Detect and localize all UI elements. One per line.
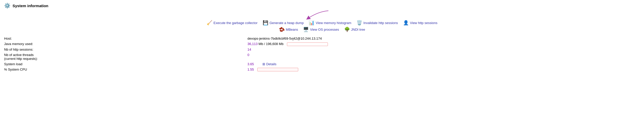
host-value-text: devops-jenkins-7bdb9cbf69-5vj42@10.244.1… [247, 37, 322, 40]
java-memory-value: 36,113 [247, 42, 258, 46]
mbeans-label: MBeans [286, 28, 298, 31]
toolbar-row-2: 🫘 MBeans 🖥️ View OS processes 🌳 JNDI tre… [279, 27, 365, 32]
memory-histogram-icon: 📊 [309, 20, 314, 26]
details-label: ⊞ Details [262, 62, 276, 66]
view-http-sessions-link[interactable]: 👤 View http sessions [403, 20, 437, 26]
jndi-tree-icon: 🌳 [344, 27, 350, 32]
java-memory-progress-bar [287, 42, 328, 46]
system-load-label: System load [4, 61, 247, 67]
toolbar: 🧹 Execute the garbage collector 💾 Genera… [4, 11, 640, 32]
jndi-tree-label: JNDI tree [351, 28, 365, 31]
heap-dump-icon: 💾 [263, 20, 268, 26]
jndi-tree-link[interactable]: 🌳 JNDI tree [344, 27, 365, 32]
http-sessions-value: 14 [247, 47, 640, 52]
memory-histogram-label: View memory histogram [316, 21, 351, 25]
system-load-value-cell: 3.65 ⊞ Details [247, 61, 640, 67]
active-threads-label: Nb of active threads (current http reque… [4, 52, 247, 61]
host-row: Host: devops-jenkins-7bdb9cbf69-5vj42@10… [4, 36, 640, 41]
info-table: Host: devops-jenkins-7bdb9cbf69-5vj42@10… [4, 36, 640, 72]
java-memory-row: Java memory used: 36,113 Mb / 196,608 Mb [4, 41, 640, 47]
system-cpu-row: % System CPU 1.55 [4, 67, 640, 72]
page-title: ⚙️ System information [4, 3, 640, 9]
details-link[interactable]: ⊞ Details [262, 62, 276, 66]
http-sessions-label: Nb of http sessions: [4, 47, 247, 52]
system-cpu-label: % System CPU [4, 67, 247, 72]
title-icon: ⚙️ [4, 3, 10, 9]
http-sessions-row: Nb of http sessions: 14 [4, 47, 640, 52]
title-text: System information [13, 4, 48, 8]
system-load-value: 3.65 [247, 62, 254, 66]
os-processes-icon: 🖥️ [303, 27, 309, 32]
execute-gc-link[interactable]: 🧹 Execute the garbage collector [207, 20, 258, 26]
toolbar-row-1: 🧹 Execute the garbage collector 💾 Genera… [207, 20, 438, 26]
arrow-annotation [303, 10, 334, 20]
os-processes-link[interactable]: 🖥️ View OS processes [303, 27, 339, 32]
os-processes-label: View OS processes [310, 28, 339, 31]
system-cpu-progress-bar [257, 68, 298, 71]
system-cpu-value: 1.55 [247, 68, 254, 71]
java-memory-unit: Mb / 196,608 Mb [259, 42, 284, 46]
active-threads-row: Nb of active threads (current http reque… [4, 52, 640, 61]
host-label: Host: [4, 36, 247, 41]
system-load-row: System load 3.65 ⊞ Details [4, 61, 640, 67]
mbeans-link[interactable]: 🫘 MBeans [279, 27, 298, 32]
heap-dump-link[interactable]: 💾 Generate a heap dump [263, 20, 304, 26]
system-cpu-value-cell: 1.55 [247, 67, 640, 72]
active-threads-label-line2: (current http requests): [4, 57, 38, 61]
java-memory-value-cell: 36,113 Mb / 196,608 Mb [247, 41, 640, 47]
execute-gc-label: Execute the garbage collector [214, 21, 258, 25]
active-threads-label-line1: Nb of active threads [4, 53, 34, 57]
view-http-sessions-icon: 👤 [403, 20, 409, 26]
active-threads-value: 0 [247, 52, 640, 61]
host-value: devops-jenkins-7bdb9cbf69-5vj42@10.244.1… [247, 36, 640, 41]
heap-dump-label: Generate a heap dump [270, 21, 304, 25]
java-memory-label: Java memory used: [4, 41, 247, 47]
invalidate-sessions-icon: 🗑️ [357, 20, 362, 26]
view-http-sessions-label: View http sessions [410, 21, 437, 25]
memory-histogram-link[interactable]: 📊 View memory histogram [309, 20, 351, 26]
mbeans-icon: 🫘 [279, 27, 285, 32]
execute-gc-icon: 🧹 [207, 20, 212, 26]
invalidate-sessions-label: Invalidate http sessions [363, 21, 398, 25]
invalidate-sessions-link[interactable]: 🗑️ Invalidate http sessions [357, 20, 398, 26]
